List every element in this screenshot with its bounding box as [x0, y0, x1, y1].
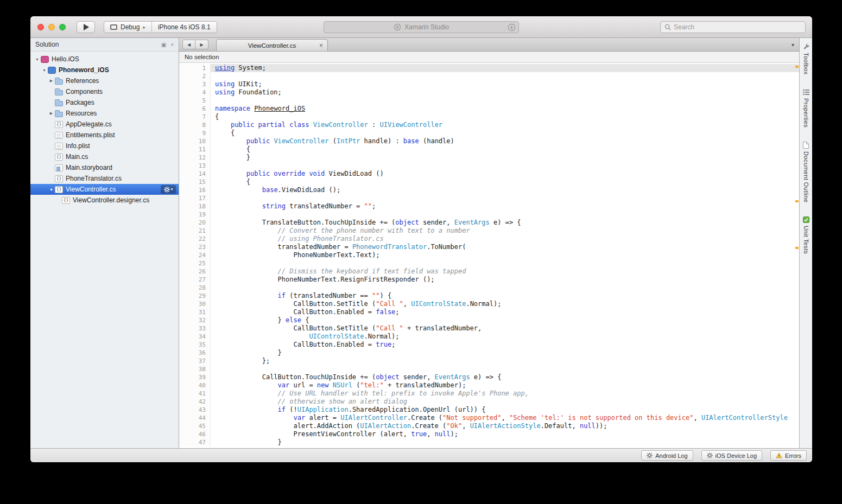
zoom-window-button[interactable]: [59, 24, 66, 30]
code-line[interactable]: 10 public ViewController (IntPtr handle)…: [179, 137, 799, 145]
android-log-button[interactable]: Android Log: [641, 450, 693, 461]
code-line[interactable]: 26 // Dismiss the keyboard if text field…: [179, 267, 799, 276]
code-line[interactable]: 4using Foundation;: [179, 88, 799, 97]
device-selector[interactable]: iPhone 4s iOS 8.1: [151, 22, 217, 33]
code-line[interactable]: 47 }: [179, 438, 799, 446]
configuration-selector[interactable]: Debug ▸: [104, 22, 151, 33]
code-line[interactable]: 32 } else {: [179, 316, 799, 324]
code-line[interactable]: 12 }: [179, 154, 799, 162]
code-line[interactable]: 21 // Convert the phone number with text…: [179, 227, 799, 235]
code-line[interactable]: 5: [179, 97, 799, 105]
overview-ruler[interactable]: [794, 63, 799, 448]
tab-viewcontroller-cs[interactable]: ViewController.cs ×: [216, 39, 328, 51]
code-line[interactable]: 7{: [179, 113, 799, 121]
disclosure-open-icon[interactable]: ▼: [34, 58, 41, 61]
tab-overflow-icon[interactable]: ▾: [790, 42, 796, 48]
tab-close-icon[interactable]: ×: [319, 42, 323, 49]
tree-item-main-storyboard[interactable]: Main.storyboard: [30, 162, 179, 173]
tree-item-appdelegate-cs[interactable]: {}AppDelegate.cs: [30, 119, 179, 130]
code-line[interactable]: 39 CallButton.TouchUpInside += (object s…: [179, 373, 799, 381]
code-line[interactable]: 29 if (translatedNumber == "") {: [179, 292, 799, 300]
code-editor[interactable]: 1using System;23using UIKit;4using Found…: [179, 63, 799, 448]
code-line[interactable]: 15 {: [179, 178, 799, 186]
line-number: 34: [179, 333, 211, 341]
run-button[interactable]: [77, 21, 95, 33]
code-line[interactable]: 34 UIControlState.Normal);: [179, 333, 799, 341]
close-window-button[interactable]: [37, 24, 44, 30]
code-line[interactable]: 41 // Use URL handler with tel: prefix t…: [179, 390, 799, 398]
status-action-icon[interactable]: [508, 23, 516, 31]
tree-item-entitlements-plist[interactable]: Entitlements.plist: [30, 130, 179, 141]
code-text: using System;: [211, 64, 799, 72]
dock-pad-icon[interactable]: ▣: [161, 42, 166, 48]
dock-tab-document-outline[interactable]: Document Outline: [803, 142, 809, 202]
navigate-forward-button[interactable]: ▶: [195, 40, 208, 49]
code-line[interactable]: 40 var url = new NSUrl ("tel:" + transla…: [179, 381, 799, 390]
tree-item-info-plist[interactable]: Info.plist: [30, 141, 179, 151]
code-line[interactable]: 27 PhoneNumberText.ResignFirstResponder …: [179, 276, 799, 284]
close-pad-icon[interactable]: ×: [170, 42, 174, 48]
ios-device-log-button[interactable]: iOS Device Log: [701, 450, 762, 461]
item-options-button[interactable]: ▾: [161, 185, 176, 194]
code-line[interactable]: 46 PresentViewController (alert, true, n…: [179, 430, 799, 438]
code-line[interactable]: 38: [179, 365, 799, 373]
code-line[interactable]: 44 var alert = UIAlertController.Create …: [179, 414, 799, 422]
errors-button[interactable]: Errors: [770, 450, 807, 461]
code-line[interactable]: 45 alert.AddAction (UIAlertAction.Create…: [179, 422, 799, 430]
tree-item-references[interactable]: ▶References: [30, 75, 179, 86]
tree-item-packages[interactable]: Packages: [30, 97, 179, 108]
code-line[interactable]: 24 PhoneNumberText.Text);: [179, 251, 799, 259]
code-line[interactable]: 2: [179, 72, 799, 80]
code-line[interactable]: 14 public override void ViewDidLoad (): [179, 170, 799, 178]
tree-item-main-cs[interactable]: {}Main.cs: [30, 151, 179, 162]
code-line[interactable]: 35 CallButton.Enabled = true;: [179, 341, 799, 349]
tree-item-hello-ios[interactable]: ▼Hello.iOS: [30, 54, 179, 65]
disclosure-closed-icon[interactable]: ▶: [48, 79, 55, 83]
code-line[interactable]: 8 public partial class ViewController : …: [179, 121, 799, 129]
code-line[interactable]: 33 CallButton.SetTitle ("Call " + transl…: [179, 324, 799, 333]
overview-tick[interactable]: [795, 200, 799, 202]
code-line[interactable]: 11 {: [179, 145, 799, 154]
code-line[interactable]: 9 {: [179, 129, 799, 137]
toolbar: Debug ▸ iPhone 4s iOS 8.1 Xamarin Studio: [30, 16, 812, 38]
code-line[interactable]: 37 };: [179, 357, 799, 365]
code-line[interactable]: 1using System;: [179, 64, 799, 72]
overview-tick[interactable]: [795, 247, 799, 249]
code-line[interactable]: 16 base.ViewDidLoad ();: [179, 186, 799, 194]
tree-item-phoneword-ios[interactable]: ▼Phoneword_iOS: [30, 65, 179, 75]
code-text: public override void ViewDidLoad (): [211, 170, 799, 178]
code-line[interactable]: 23 translatedNumber = PhonewordTranslato…: [179, 243, 799, 251]
code-line[interactable]: 18 string translatedNumber = "";: [179, 202, 799, 210]
disclosure-open-icon[interactable]: ▼: [41, 68, 48, 72]
code-line[interactable]: 42 // otherwise show an alert dialog: [179, 398, 799, 406]
tree-item-label: AppDelegate.cs: [66, 120, 112, 128]
dock-tab-toolbox[interactable]: Toolbox: [803, 43, 809, 75]
tree-item-viewcontroller-designer-cs[interactable]: {}ViewController.designer.cs: [30, 195, 179, 206]
tree-item-viewcontroller-cs[interactable]: ▼{}ViewController.cs▾: [30, 184, 179, 195]
dock-tab-unit-tests[interactable]: Unit Tests: [803, 216, 809, 254]
code-line[interactable]: 28: [179, 284, 799, 292]
code-line[interactable]: 13: [179, 162, 799, 170]
code-line[interactable]: 3using UIKit;: [179, 80, 799, 88]
code-line[interactable]: 36 }: [179, 349, 799, 357]
code-line[interactable]: 6namespace Phoneword_iOS: [179, 105, 799, 113]
code-line[interactable]: 17: [179, 194, 799, 202]
tree-item-resources[interactable]: ▶Resources: [30, 108, 179, 119]
code-line[interactable]: 20 TranslateButton.TouchUpInside += (obj…: [179, 219, 799, 227]
tree-item-components[interactable]: Components: [30, 86, 179, 97]
disclosure-closed-icon[interactable]: ▶: [48, 111, 55, 116]
minimize-window-button[interactable]: [48, 24, 55, 30]
navigate-back-button[interactable]: ◀: [182, 40, 195, 49]
overview-tick[interactable]: [795, 66, 799, 68]
code-line[interactable]: 19: [179, 210, 799, 219]
code-line[interactable]: 43 if (!UIApplication.SharedApplication.…: [179, 406, 799, 414]
dock-tab-properties[interactable]: Properties: [803, 89, 809, 127]
code-text: public partial class ViewController : UI…: [211, 121, 799, 129]
code-line[interactable]: 31 CallButton.Enabled = false;: [179, 308, 799, 316]
code-line[interactable]: 22 // using PhoneTranslator.cs: [179, 235, 799, 243]
disclosure-open-icon[interactable]: ▼: [48, 188, 55, 192]
search-input[interactable]: [674, 23, 801, 31]
tree-item-phonetranslator-cs[interactable]: {}PhoneTranslator.cs: [30, 173, 179, 184]
code-line[interactable]: 25: [179, 259, 799, 267]
code-line[interactable]: 30 CallButton.SetTitle ("Call ", UIContr…: [179, 300, 799, 308]
